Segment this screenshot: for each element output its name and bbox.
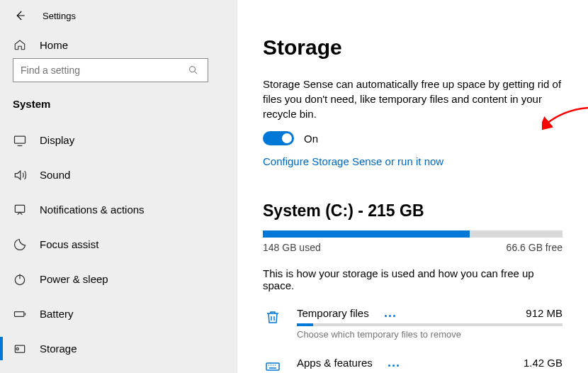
drive-used-text: 148 GB used [263, 242, 321, 253]
sidebar-item-display[interactable]: Display [0, 123, 237, 157]
storage-category-temporary-files[interactable]: Temporary files 912 MB Choose which temp… [263, 307, 562, 340]
back-icon[interactable] [13, 9, 27, 22]
category-size: 912 MB [526, 307, 562, 319]
app-title: Settings [43, 11, 76, 21]
sidebar-item-label: Display [40, 134, 74, 146]
sidebar-item-home[interactable]: Home [0, 31, 237, 54]
sidebar-item-notifications[interactable]: Notifications & actions [0, 192, 237, 227]
notifications-icon [13, 203, 27, 217]
category-size: 1.42 GB [524, 357, 562, 369]
trash-icon [263, 307, 283, 325]
battery-icon [13, 307, 27, 321]
sidebar-item-label: Battery [40, 308, 74, 320]
sidebar-item-battery[interactable]: Battery [0, 296, 237, 331]
storage-category-apps-features[interactable]: Apps & features 1.42 GB Uninstall unused… [263, 357, 562, 373]
storage-icon [13, 342, 27, 356]
power-icon [13, 272, 27, 286]
drive-free-text: 66.6 GB free [507, 242, 562, 253]
svg-rect-7 [266, 363, 279, 370]
nav-group-title: System [0, 89, 237, 123]
titlebar: Settings [0, 0, 237, 31]
focus-assist-icon [13, 238, 27, 252]
page-title: Storage [263, 35, 562, 60]
sidebar-item-label: Storage [40, 343, 77, 355]
sound-icon [13, 168, 27, 182]
svg-rect-4 [15, 311, 24, 316]
sidebar-item-power-sleep[interactable]: Power & sleep [0, 262, 237, 296]
category-bar [297, 323, 562, 326]
sidebar-item-storage[interactable]: Storage [0, 331, 237, 366]
svg-point-6 [16, 347, 18, 350]
sidebar-item-label: Focus assist [40, 238, 98, 250]
home-label: Home [40, 39, 68, 51]
nav-list: Display Sound Notifications & actions Fo… [0, 123, 237, 373]
configure-storage-sense-link[interactable]: Configure Storage Sense or run it now [263, 155, 443, 167]
search-input[interactable] [21, 65, 186, 76]
storage-sense-description: Storage Sense can automatically free up … [263, 77, 562, 121]
search-icon [186, 65, 200, 76]
storage-sense-toggle[interactable] [263, 131, 294, 145]
drive-usage-fill [263, 230, 470, 238]
sidebar-item-label: Power & sleep [40, 273, 108, 285]
drive-usage-bar [263, 230, 562, 238]
category-name: Temporary files [297, 307, 369, 319]
sidebar-item-sound[interactable]: Sound [0, 157, 237, 192]
category-name: Apps & features [297, 357, 373, 369]
keyboard-icon [263, 357, 283, 373]
search-box[interactable] [13, 58, 208, 82]
toggle-state-label: On [304, 133, 318, 145]
sidebar-item-focus-assist[interactable]: Focus assist [0, 227, 237, 262]
sidebar-item-label: Notifications & actions [40, 204, 145, 216]
usage-description: This is how your storage is used and how… [263, 267, 562, 291]
loading-icon [388, 364, 399, 367]
svg-point-0 [190, 67, 196, 72]
svg-rect-2 [15, 205, 24, 212]
display-icon [13, 133, 27, 147]
home-icon [13, 38, 27, 51]
sidebar: Settings Home System Display [0, 0, 237, 373]
category-subtext: Choose which temporary files to remove [297, 329, 562, 340]
svg-rect-1 [15, 136, 26, 143]
drive-title: System (C:) - 215 GB [263, 201, 562, 221]
main-content: Storage Storage Sense can automatically … [237, 0, 588, 373]
loading-icon [385, 315, 395, 317]
sidebar-item-label: Sound [40, 169, 70, 181]
